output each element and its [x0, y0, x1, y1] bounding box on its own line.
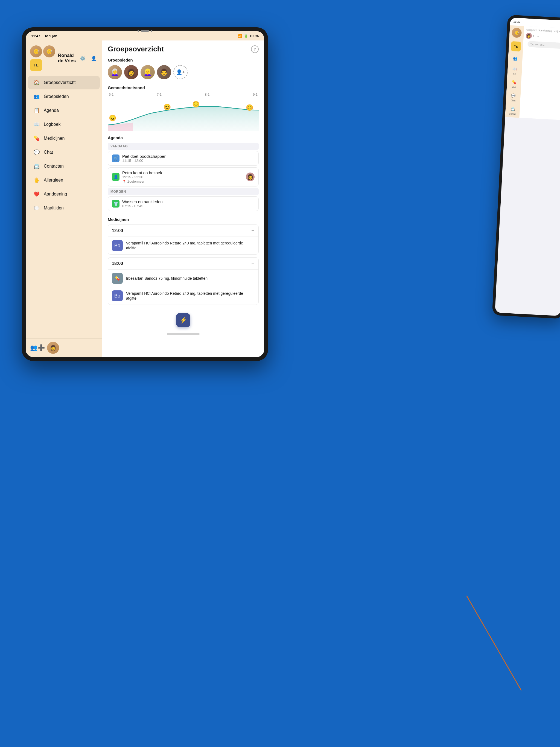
nav-label-groepsoverzicht: Groepsoverzicht: [44, 80, 76, 85]
member-add[interactable]: 👤+: [173, 65, 187, 79]
ipad-secondary-screen: 11:47 🔋 👴 TE 👥 📖 Lo 💊 Med 💬 C: [495, 18, 560, 316]
agenda-day-morgen: MORGEN: [108, 188, 259, 195]
medication-item-verapamil-1800: Bo Verapamil HCl Aurobindo Retard 240 mg…: [108, 287, 258, 305]
agenda-item-title-wassen: Wassen en aankleden: [122, 199, 255, 204]
sidebar-bottom: 👥➕ 👩: [26, 338, 102, 357]
nav-label-allergieen: Allergieën: [44, 178, 63, 183]
help-icon[interactable]: ?: [251, 45, 259, 53]
sidebar-item-groepsleden[interactable]: 👥 Groepsleden: [28, 90, 100, 103]
fab-container: ⚡: [102, 310, 264, 331]
chart-label-2: 7-1: [157, 93, 161, 97]
camera-dot-2: [141, 30, 149, 32]
screen2-icon-chat: 💬: [510, 92, 517, 99]
emoji-angry: 😠: [109, 114, 116, 122]
bottom-avatar: 👩: [47, 342, 59, 354]
emoji-relaxed: 😌: [192, 101, 200, 108]
agenda-item-petra[interactable]: 👤 Petra komt op bezoek 19:15 - 22:30 📍 Z…: [108, 168, 259, 186]
nav-label-chat: Chat: [44, 150, 53, 155]
sidebar-item-allergieen[interactable]: 🖐️ Allergieën: [28, 173, 100, 187]
sidebar-item-logboek[interactable]: 📖 Logboek: [28, 118, 100, 131]
medicijnen-icon: 💊: [33, 135, 40, 141]
sidebar-item-aandoening[interactable]: ❤️ Aandoening: [28, 187, 100, 201]
sidebar-user-info: Ronald de Vries: [58, 53, 76, 64]
sidebar-item-maaltijden[interactable]: 🍽️ Maaltijden: [28, 201, 100, 215]
profile-icon[interactable]: 👤: [90, 54, 98, 62]
camera-area: [137, 30, 152, 32]
medication-time-1800: 18:00: [112, 261, 123, 266]
aandoening-icon: ❤️: [33, 191, 40, 198]
agenda-item-location-petra: 📍 Zoetermeer: [122, 180, 243, 183]
section-medicijnen: Medicijnen 12:00 + Bo Verapamil HCl Auro…: [102, 215, 264, 310]
emoji-smile: 😊: [246, 104, 253, 111]
medicijnen-title: Medicijnen: [108, 217, 259, 222]
medication-time-1200: 12:00: [112, 228, 123, 233]
medication-block-1200: 12:00 + Bo Verapamil HCl Aurobindo Retar…: [108, 225, 259, 255]
nav-label-medicijnen: Medicijnen: [44, 136, 65, 141]
medication-add-1800[interactable]: +: [251, 260, 255, 266]
status-bar: 11:47 Do 9 jan 📶 🔋 100%: [26, 31, 264, 41]
medication-item-irbesartan: 💊 Irbesartan Sandoz 75 mg, filmomhulde t…: [108, 269, 258, 287]
screen2-avatar-1: 👴: [512, 28, 522, 38]
medication-time-header-1800: 18:00 +: [108, 258, 258, 269]
medication-name-verapamil-1800: Verapamil HCl Aurobindo Retard 240 mg, t…: [126, 291, 255, 301]
add-member-icon[interactable]: 👥➕: [30, 344, 45, 351]
right-content: Groepsoverzicht ? Groepsleden 👩‍🦳 👩 👱‍♀️…: [102, 41, 264, 357]
nav-label-groepsleden: Groepsleden: [44, 94, 69, 99]
home-bar: [167, 333, 200, 335]
settings-icon[interactable]: ⚙️: [79, 54, 87, 62]
wifi-icon: 📶: [238, 34, 242, 38]
orange-diagonal-line: [466, 595, 522, 691]
agenda-title: Agenda: [108, 135, 259, 140]
screen2-main: Allergieën | Aandoening | altijden 👩 J..…: [519, 26, 560, 120]
location-pin-icon: 📍: [122, 180, 126, 183]
nav-label-logboek: Logboek: [44, 122, 60, 127]
member-2: 👩: [124, 65, 138, 79]
mood-chart-svg: [108, 98, 259, 131]
agenda-item-piet[interactable]: 🛒 Piet doet boodschappen 11:15 - 12:00: [108, 151, 259, 166]
agenda-item-time-wassen: 07:15 - 07:45: [122, 204, 255, 208]
screen2-chat-user: J...: [533, 35, 536, 37]
agenda-item-title-petra: Petra komt op bezoek: [122, 170, 243, 175]
agenda-icon-visit: 👤: [112, 173, 120, 181]
sidebar-username: Ronald de Vries: [58, 53, 76, 64]
gemoedstoetstand-title: Gemoedstoetstand: [108, 85, 259, 90]
member-1: 👩‍🦳: [108, 65, 122, 79]
agenda-item-wassen[interactable]: 👕 Wassen en aankleden 07:15 - 07:45: [108, 196, 259, 211]
agenda-avatar-petra: 👩: [246, 173, 255, 181]
medication-name-irbesartan: Irbesartan Sandoz 75 mg, filmomhulde tab…: [126, 276, 207, 281]
agenda-icon: 📋: [33, 107, 40, 114]
member-3: 👱‍♀️: [141, 65, 155, 79]
sidebar-item-groepsoverzicht[interactable]: 🏠 Groepsoverzicht: [28, 76, 100, 89]
agenda-item-content-petra: Petra komt op bezoek 19:15 - 22:30 📍 Zoe…: [122, 170, 243, 183]
mood-chart: 😠 😊 😌 😊: [108, 98, 259, 131]
emoji-happy: 😊: [163, 104, 171, 111]
screen2-chat-preview: 👩 J... in...: [526, 33, 560, 41]
sidebar-item-agenda[interactable]: 📋 Agenda: [28, 104, 100, 117]
ipad-screen: 11:47 Do 9 jan 📶 🔋 100% 👴 👴: [26, 31, 264, 357]
home-icon: 🏠: [33, 79, 40, 86]
agenda-item-time-piet: 11:15 - 12:00: [122, 159, 255, 163]
sidebar-item-medicijnen[interactable]: 💊 Medicijnen: [28, 131, 100, 145]
battery-percent: 100%: [250, 34, 259, 38]
sidebar-item-chat[interactable]: 💬 Chat: [28, 146, 100, 159]
medication-block-1800: 18:00 + 💊 Irbesartan Sandoz 75 mg, filmo…: [108, 257, 259, 305]
nav-label-aandoening: Aandoening: [44, 192, 67, 197]
group-members: 👩‍🦳 👩 👱‍♀️ 👨 👤+: [108, 65, 259, 79]
screen2-avatar-te: TE: [511, 41, 521, 52]
status-bar-right: 📶 🔋 100%: [238, 34, 259, 38]
chart-label-3: 8-1: [205, 93, 209, 97]
medication-item-verapamil-1200: Bo Verapamil HCl Aurobindo Retard 240 mg…: [108, 237, 258, 254]
screen2-label-contact: Contac: [509, 113, 516, 115]
screen2-label-lo: Lo: [513, 73, 516, 75]
medication-add-1200[interactable]: +: [251, 228, 255, 234]
section-groepsleden: Groepsleden 👩‍🦳 👩 👱‍♀️ 👨 👤+: [102, 55, 264, 83]
screen2-chat-input[interactable]: Typ een be...: [528, 41, 560, 49]
screen2-icon-people: 👥: [512, 55, 519, 62]
sidebar-item-contacten[interactable]: 📇 Contacten: [28, 159, 100, 173]
screen2-chat-avatar: 👩: [526, 33, 532, 39]
groepsleden-title: Groepsleden: [108, 58, 259, 62]
nav-label-contacten: Contacten: [44, 164, 64, 169]
fab-button[interactable]: ⚡: [176, 313, 190, 327]
battery-icon: 🔋: [244, 34, 248, 38]
sidebar-header-icons[interactable]: ⚙️ 👤: [79, 54, 98, 62]
